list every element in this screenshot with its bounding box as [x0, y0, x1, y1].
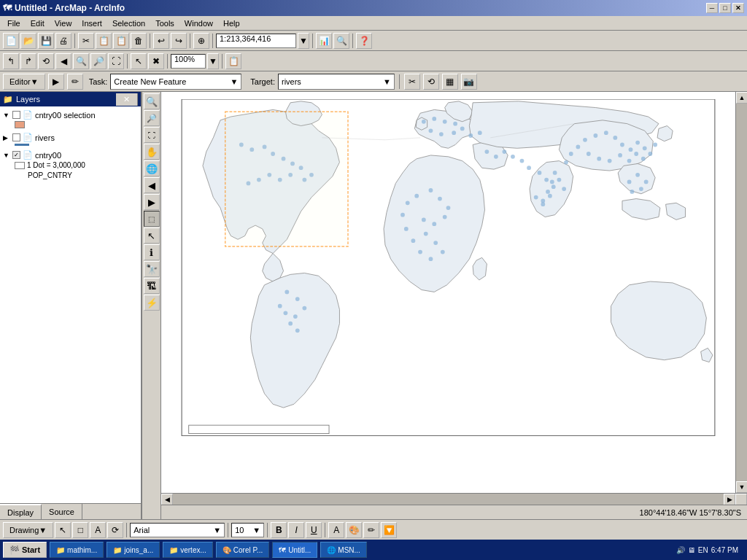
forward-extent-button[interactable]: ↱ — [20, 53, 36, 69]
print-button[interactable]: 🖨 — [55, 33, 71, 49]
percent-arrow[interactable]: ▼ — [207, 53, 219, 69]
magnify-button[interactable]: 🔍 — [333, 33, 349, 49]
edit-btn-4[interactable]: 📷 — [461, 74, 477, 90]
forward-tool[interactable]: ▶ — [144, 194, 160, 210]
draw-shape-button[interactable]: □ — [72, 522, 88, 538]
edit-pencil-button[interactable]: ✏ — [67, 74, 83, 90]
open-button[interactable]: 📂 — [20, 33, 36, 49]
layer-item-rivers[interactable]: ▶ 📄 rivers — [1, 132, 139, 143]
edit-arrow-button[interactable]: ▶ — [48, 74, 64, 90]
map-vertical-scrollbar[interactable]: ▲ ▼ — [735, 92, 747, 493]
edit-btn-1[interactable]: ✂ — [404, 74, 420, 90]
find-tool[interactable]: 🔭 — [144, 261, 160, 277]
map-area[interactable] — [161, 92, 735, 493]
taskbar-task-msn[interactable]: 🌐 MSN... — [320, 542, 367, 558]
taskbar-task-joins[interactable]: 📁 joins_a... — [107, 542, 160, 558]
fill-color-button[interactable]: 🎨 — [346, 522, 362, 538]
menu-tools[interactable]: Tools — [151, 18, 179, 29]
full-extent-button[interactable]: ⛶ — [108, 53, 124, 69]
taskbar-task-arcmap[interactable]: 🗺 Untitl... — [272, 542, 317, 558]
more-color-button[interactable]: 🔽 — [381, 522, 397, 538]
back-tool[interactable]: ◀ — [144, 177, 160, 193]
scroll-track-vertical[interactable] — [736, 104, 747, 481]
zoom-out-tool[interactable]: 🔎 — [144, 110, 160, 126]
scroll-down-button[interactable]: ▼ — [736, 481, 747, 493]
scale-input[interactable]: 1:213,364,416 — [216, 34, 296, 48]
expand-icon[interactable]: ▼ — [3, 112, 10, 119]
delete-button[interactable]: 🗑 — [131, 33, 147, 49]
copy-button[interactable]: 📋 — [96, 33, 112, 49]
underline-button[interactable]: U — [306, 522, 322, 538]
editor-dropdown-button[interactable]: Editor ▼ — [3, 74, 45, 90]
toc-tab-display[interactable]: Display — [0, 504, 42, 519]
close-button[interactable]: ✕ — [732, 3, 744, 13]
expand-icon-rivers[interactable]: ▶ — [3, 134, 10, 141]
clear-sel-button[interactable]: ✖ — [148, 53, 164, 69]
scroll-track-horizontal[interactable] — [173, 494, 724, 505]
layout-button[interactable]: 📋 — [225, 53, 241, 69]
drawing-dropdown-button[interactable]: Drawing ▼ — [3, 522, 53, 538]
menu-insert[interactable]: Insert — [77, 18, 107, 29]
draw-text-button[interactable]: A — [90, 522, 106, 538]
scale-arrow[interactable]: ▼ — [298, 33, 309, 49]
pan-tool[interactable]: ✋ — [144, 144, 160, 160]
zoom-in-button[interactable]: 🔍 — [73, 53, 89, 69]
menu-view[interactable]: View — [50, 18, 77, 29]
start-button[interactable]: 🏁 Start — [3, 542, 47, 558]
font-name-dropdown[interactable]: Arial ▼ — [130, 523, 225, 537]
bold-button[interactable]: B — [271, 522, 287, 538]
layer-item-cntry00[interactable]: ▼ ✓ 📄 cntry00 — [1, 149, 139, 160]
add-data-button[interactable]: ⊕ — [193, 33, 209, 49]
layer-item-cntry00-selection[interactable]: ▼ 📄 cntry00 selection — [1, 109, 139, 120]
hyperlink-tool[interactable]: ⚡ — [144, 295, 160, 311]
layer-checkbox-rivers[interactable] — [12, 133, 20, 141]
undo-button[interactable]: ↩ — [153, 33, 169, 49]
help-button[interactable]: ❓ — [356, 33, 372, 49]
globe-tool[interactable]: 🌐 — [144, 160, 160, 176]
menu-edit[interactable]: Edit — [26, 18, 49, 29]
scroll-left-button[interactable]: ◀ — [161, 494, 173, 505]
menu-file[interactable]: File — [3, 18, 25, 29]
layer-checkbox-cntry00-selection[interactable] — [12, 111, 20, 119]
paste-button[interactable]: 📋 — [113, 33, 129, 49]
edit-btn-3[interactable]: ▦ — [442, 74, 458, 90]
expand-icon-cntry00[interactable]: ▼ — [3, 152, 10, 159]
toc-close-button[interactable]: ✕ — [116, 93, 138, 106]
redo-button[interactable]: ↪ — [171, 33, 187, 49]
scroll-up-button[interactable]: ▲ — [736, 92, 747, 104]
percent-input[interactable]: 100% — [171, 54, 206, 69]
line-color-button[interactable]: ✏ — [363, 522, 379, 538]
draw-arrow-button[interactable]: ↖ — [55, 522, 71, 538]
full-extent-tool[interactable]: ⛶ — [144, 127, 160, 143]
draw-convert-button[interactable]: ⟳ — [107, 522, 123, 538]
font-color-button[interactable]: A — [328, 522, 344, 538]
pan-left-button[interactable]: ◀ — [55, 53, 71, 69]
layer-checkbox-cntry00[interactable]: ✓ — [12, 151, 20, 159]
cut-button[interactable]: ✂ — [78, 33, 94, 49]
edit-btn-2[interactable]: ⟲ — [423, 74, 439, 90]
refresh-button[interactable]: ⟲ — [38, 53, 54, 69]
scroll-right-button[interactable]: ▶ — [724, 494, 735, 505]
back-extent-button[interactable]: ↰ — [3, 53, 19, 69]
target-dropdown[interactable]: rivers ▼ — [278, 74, 395, 90]
menu-window[interactable]: Window — [180, 18, 217, 29]
maximize-button[interactable]: □ — [719, 3, 731, 13]
taskbar-task-mathim[interactable]: 📁 mathim... — [50, 542, 104, 558]
menu-selection[interactable]: Selection — [108, 18, 150, 29]
taskbar-task-vertex[interactable]: 📁 vertex... — [163, 542, 213, 558]
taskbar-task-corel[interactable]: 🎨 Corel P... — [216, 542, 269, 558]
minimize-button[interactable]: ─ — [706, 3, 718, 13]
zoom-in-tool[interactable]: 🔍 — [144, 93, 160, 109]
save-button[interactable]: 💾 — [38, 33, 54, 49]
select-button[interactable]: ↖ — [131, 53, 147, 69]
zoom-out-button[interactable]: 🔎 — [90, 53, 107, 69]
identify-tool[interactable]: ℹ — [144, 244, 160, 260]
task-dropdown[interactable]: Create New Feature ▼ — [110, 74, 241, 90]
new-button[interactable]: 📄 — [3, 33, 19, 49]
select-arrow-tool[interactable]: ↖ — [144, 228, 160, 244]
measure-tool[interactable]: 🏗 — [144, 278, 160, 294]
italic-button[interactable]: I — [288, 522, 304, 538]
toc-tab-source[interactable]: Source — [42, 504, 82, 519]
menu-help[interactable]: Help — [219, 18, 244, 29]
editor-tools-button[interactable]: 📊 — [316, 33, 332, 49]
